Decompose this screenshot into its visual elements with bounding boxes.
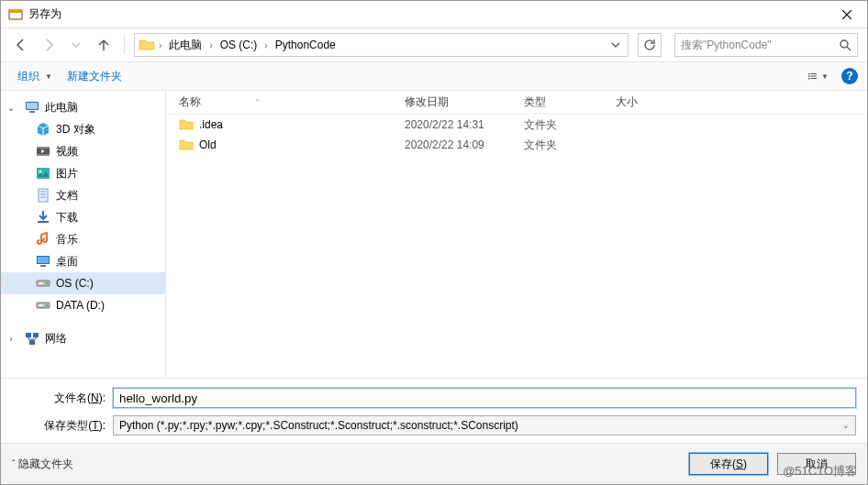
window-title: 另存为 [28,6,61,22]
file-date: 2020/2/22 14:31 [405,118,524,131]
file-row[interactable]: .idea2020/2/22 14:31文件夹 [166,115,867,135]
sidebar-item[interactable]: DATA (D:) [1,294,165,316]
svg-rect-13 [27,103,38,109]
hide-folders-button[interactable]: ˆ 隐藏文件夹 [12,457,73,472]
sidebar: ⌄ 此电脑 3D 对象视频图片文档下载音乐桌面OS (C:)DATA (D:) … [1,91,166,378]
svg-rect-9 [811,75,818,76]
svg-rect-18 [37,168,50,179]
pc-icon [25,100,39,115]
breadcrumb-bar[interactable]: › 此电脑 › OS (C:) › PythonCode [134,33,629,57]
organize-button[interactable]: 组织▼ [10,66,60,87]
sidebar-item[interactable]: 音乐 [1,228,165,250]
collapse-icon[interactable]: ⌄ [6,103,16,113]
svg-rect-17 [37,154,50,156]
sidebar-label: 桌面 [56,254,78,270]
chevron-down-icon: ⌄ [842,421,850,430]
action-bar: ˆ 隐藏文件夹 保存(S) 取消 [1,443,867,484]
sidebar-label: OS (C:) [56,277,94,290]
search-input[interactable]: 搜索"PythonCode" [674,33,858,57]
svg-rect-35 [33,333,39,337]
network-icon [25,331,39,346]
sidebar-item[interactable]: 文档 [1,184,165,206]
forward-button[interactable] [38,34,60,56]
doc-icon [36,188,50,203]
col-date[interactable]: 修改日期 [405,94,524,110]
filetype-value: Python (*.py;*.rpy;*.pyw;*.cpy;*.SConstr… [119,419,518,432]
desktop-icon [36,254,50,269]
col-name[interactable]: 名称ˆ [166,94,405,110]
sidebar-item-this-pc[interactable]: ⌄ 此电脑 [1,96,165,118]
sidebar-item-network[interactable]: › 网络 [1,327,165,349]
sidebar-label: 下载 [56,210,78,226]
svg-line-5 [847,47,851,50]
svg-point-4 [840,40,848,48]
chevron-right-icon: › [157,40,163,50]
save-form: 文件名(N): 保存类型(T): Python (*.py;*.rpy;*.py… [1,378,867,443]
svg-rect-27 [40,265,46,267]
svg-rect-10 [808,78,810,80]
sidebar-label: 视频 [56,144,78,160]
svg-rect-6 [808,73,810,75]
chevron-right-icon: › [262,40,269,50]
file-name: .idea [199,118,223,131]
filename-input[interactable] [113,388,856,408]
sidebar-item[interactable]: 视频 [1,140,165,162]
folder-icon [179,138,194,152]
recent-dropdown[interactable] [65,34,87,56]
breadcrumb-item[interactable]: PythonCode [272,37,339,53]
chevron-down-icon: ▼ [45,72,52,81]
col-size[interactable]: 大小 [616,94,689,110]
sidebar-item[interactable]: 图片 [1,162,165,184]
nav-bar: › 此电脑 › OS (C:) › PythonCode 搜索"PythonCo… [1,28,867,61]
col-type[interactable]: 类型 [524,94,616,110]
filename-label: 文件名(N): [12,391,113,406]
close-button[interactable] [826,1,867,28]
sidebar-label: 此电脑 [45,100,78,116]
cube-icon [36,122,50,137]
breadcrumb-item[interactable]: 此电脑 [165,36,206,55]
sidebar-label: 3D 对象 [56,122,95,138]
music-icon [36,232,50,247]
svg-rect-1 [9,10,22,13]
filetype-select[interactable]: Python (*.py;*.rpy;*.pyw;*.cpy;*.SConstr… [113,415,856,435]
file-date: 2020/2/22 14:09 [405,138,524,151]
save-button[interactable]: 保存(S) [689,453,768,475]
folder-icon [179,117,194,132]
svg-point-19 [39,171,42,173]
svg-rect-14 [29,111,35,113]
sidebar-item[interactable]: 下载 [1,206,165,228]
chevron-up-icon: ˆ [12,459,15,469]
back-button[interactable] [10,34,32,56]
new-folder-button[interactable]: 新建文件夹 [60,66,129,87]
download-icon [36,210,50,225]
svg-rect-30 [39,282,43,284]
file-name: Old [199,138,217,151]
sidebar-label: 网络 [45,331,67,347]
refresh-button[interactable] [638,33,662,57]
help-button[interactable]: ? [841,68,858,84]
svg-point-29 [46,282,48,284]
cancel-button[interactable]: 取消 [777,453,856,475]
svg-rect-33 [39,304,43,306]
svg-rect-36 [29,340,35,345]
up-button[interactable] [93,34,115,56]
file-type: 文件夹 [524,138,616,153]
sidebar-label: 文档 [56,188,78,204]
file-pane: 名称ˆ 修改日期 类型 大小 .idea2020/2/22 14:31文件夹Ol… [166,91,867,378]
search-placeholder: 搜索"PythonCode" [681,38,772,53]
image-icon [36,166,50,181]
drive-icon [36,298,50,313]
sidebar-item[interactable]: 3D 对象 [1,118,165,140]
path-dropdown-icon[interactable] [607,40,624,50]
svg-rect-11 [811,78,818,79]
expand-icon[interactable]: › [6,334,16,344]
breadcrumb-item[interactable]: OS (C:) [217,37,262,53]
view-button[interactable]: ▼ [808,68,829,84]
sort-asc-icon: ˆ [256,98,259,107]
filetype-label: 保存类型(T): [12,418,113,434]
sidebar-item[interactable]: OS (C:) [1,272,165,294]
sidebar-item[interactable]: 桌面 [1,250,165,272]
sidebar-label: 图片 [56,166,78,182]
file-row[interactable]: Old2020/2/22 14:09文件夹 [166,135,867,155]
video-icon [36,144,50,159]
